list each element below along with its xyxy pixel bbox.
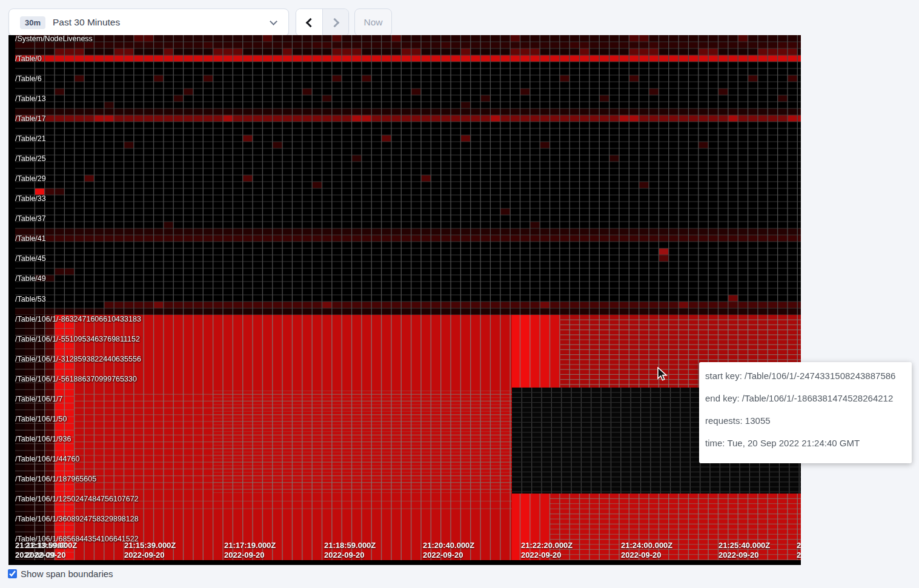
span-boundaries-label[interactable]: Show span boundaries xyxy=(21,569,113,579)
span-boundaries-row: Show span boundaries xyxy=(8,569,113,579)
tooltip-end-key: end key: /Table/106/1/-18683814745282642… xyxy=(705,392,906,405)
time-range-select[interactable]: 30m Past 30 Minutes xyxy=(8,8,289,36)
tooltip-time: time: Tue, 20 Sep 2022 21:24:40 GMT xyxy=(705,437,906,449)
prev-time-button[interactable] xyxy=(296,9,322,36)
cell-tooltip: start key: /Table/106/1/-247433150824388… xyxy=(699,362,912,463)
chevron-down-icon xyxy=(270,18,277,25)
chevron-right-icon xyxy=(330,18,339,27)
time-range-label: Past 30 Minutes xyxy=(53,17,120,28)
time-nav-group xyxy=(296,8,349,36)
now-button[interactable]: Now xyxy=(354,8,392,36)
span-boundaries-checkbox[interactable] xyxy=(8,569,17,578)
chevron-left-icon xyxy=(306,18,316,27)
key-visualizer-heatmap[interactable] xyxy=(8,35,801,560)
next-time-button[interactable] xyxy=(322,9,348,36)
tooltip-start-key: start key: /Table/106/1/-247433150824388… xyxy=(705,369,906,382)
duration-badge: 30m xyxy=(20,16,45,29)
key-visualizer: /System/NodeLiveness/Table/0/Table/6/Tab… xyxy=(8,35,801,565)
tooltip-requests: requests: 13055 xyxy=(705,414,906,427)
